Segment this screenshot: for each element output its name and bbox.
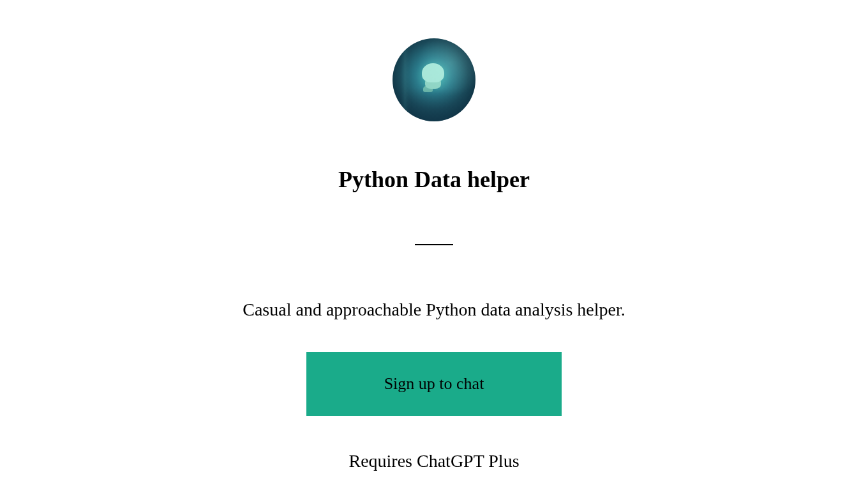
signup-button[interactable]: Sign up to chat <box>306 352 562 416</box>
page-title: Python Data helper <box>338 166 530 193</box>
description-text: Casual and approachable Python data anal… <box>243 300 625 320</box>
requires-text: Requires ChatGPT Plus <box>348 451 519 471</box>
gpt-avatar <box>393 38 475 121</box>
divider <box>415 244 453 245</box>
